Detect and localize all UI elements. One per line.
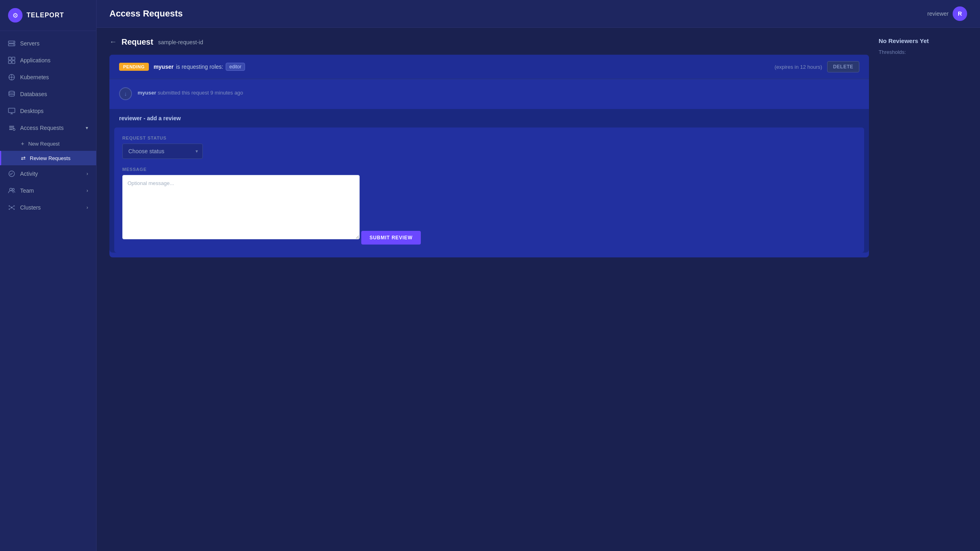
main-area: Access Requests reviewer R ← Request sam… <box>97 0 980 551</box>
review-header: reviewer - add a review <box>109 109 869 127</box>
request-card: PENDING myuser is requesting roles: edit… <box>109 55 869 257</box>
svg-line-29 <box>9 206 12 208</box>
access-requests-chevron: ▾ <box>86 125 88 131</box>
access-requests-icon <box>8 124 15 132</box>
desktops-icon <box>8 107 15 115</box>
svg-line-31 <box>9 208 12 209</box>
svg-rect-15 <box>8 108 15 113</box>
clusters-chevron: › <box>86 205 88 210</box>
clusters-icon <box>8 204 15 211</box>
pending-badge: PENDING <box>119 63 149 71</box>
review-header-title: reviewer - add a review <box>119 115 181 121</box>
timeline-text: myuser submitted this request 9 minutes … <box>138 90 243 96</box>
logo-text: TELEPORT <box>27 12 64 19</box>
logo-icon: ⚙ <box>8 8 23 23</box>
request-header: PENDING myuser is requesting roles: edit… <box>109 55 869 79</box>
username-label: reviewer <box>927 10 949 17</box>
timeline-icon: ↓ <box>119 87 132 100</box>
svg-rect-4 <box>8 57 11 60</box>
sidebar-item-servers[interactable]: Servers <box>0 35 96 52</box>
message-label: MESSAGE <box>122 167 856 172</box>
servers-icon <box>8 40 15 47</box>
timeline-content: myuser submitted this request 9 minutes … <box>138 87 243 101</box>
sidebar-label-clusters: Clusters <box>20 204 41 211</box>
timeline-action: submitted this request <box>158 90 210 96</box>
logo[interactable]: ⚙ TELEPORT <box>0 0 96 31</box>
new-request-icon: + <box>21 140 24 147</box>
timeline-time: 9 minutes ago <box>210 90 243 96</box>
status-select[interactable]: Choose status Approved Denied <box>122 144 203 159</box>
sidebar-item-applications[interactable]: Applications <box>0 52 96 69</box>
sidebar-subitem-new-request[interactable]: + New Request <box>0 136 96 151</box>
header: Access Requests reviewer R <box>97 0 980 28</box>
svg-point-23 <box>12 189 14 191</box>
requesting-text: is requesting roles: <box>176 64 223 70</box>
thresholds-label: Thresholds: <box>879 49 967 55</box>
sidebar-item-team[interactable]: Team › <box>0 182 96 199</box>
no-reviewers-text: No Reviewers Yet <box>879 37 967 44</box>
sidebar-label-review-requests: Review Requests <box>30 155 70 161</box>
role-badge: editor <box>226 63 245 71</box>
databases-icon <box>8 90 15 98</box>
request-info: myuser is requesting roles: editor <box>154 63 245 71</box>
content-main: ← Request sample-request-id PENDING myus… <box>109 37 869 541</box>
status-select-wrapper: Choose status Approved Denied ▾ <box>122 144 203 159</box>
sidebar-item-kubernetes[interactable]: Kubernetes <box>0 69 96 86</box>
sidebar-item-access-requests[interactable]: Access Requests ▾ <box>0 119 96 136</box>
sidebar: ⚙ TELEPORT Servers <box>0 0 97 551</box>
sidebar-label-servers: Servers <box>20 40 39 47</box>
sidebar-label-databases: Databases <box>20 91 47 97</box>
timeline-icon-wrap: ↓ <box>119 87 132 101</box>
requester-name: myuser <box>154 64 174 70</box>
breadcrumb-id: sample-request-id <box>158 39 203 45</box>
sidebar-item-desktops[interactable]: Desktops <box>0 103 96 119</box>
sidebar-right: No Reviewers Yet Thresholds: <box>879 37 967 541</box>
applications-icon <box>8 57 15 64</box>
svg-rect-6 <box>8 61 11 64</box>
sidebar-label-desktops: Desktops <box>20 108 43 114</box>
timeline: ↓ myuser submitted this request 9 minute… <box>109 79 869 109</box>
request-status-label: REQUEST STATUS <box>122 136 856 140</box>
svg-rect-7 <box>12 61 15 64</box>
sidebar-label-activity: Activity <box>20 171 38 177</box>
svg-rect-5 <box>12 57 15 60</box>
svg-point-9 <box>11 76 12 78</box>
team-icon <box>8 187 15 194</box>
review-section: reviewer - add a review REQUEST STATUS C… <box>109 109 869 253</box>
svg-point-21 <box>13 129 15 131</box>
activity-icon <box>8 170 15 177</box>
timeline-user: myuser <box>138 90 156 96</box>
page-title: Access Requests <box>109 8 183 19</box>
team-chevron: › <box>86 188 88 193</box>
svg-point-14 <box>9 91 14 93</box>
kubernetes-icon <box>8 74 15 81</box>
submit-review-button[interactable]: SUBMIT REVIEW <box>361 231 420 245</box>
sidebar-item-databases[interactable]: Databases <box>0 86 96 103</box>
content-area: ← Request sample-request-id PENDING myus… <box>97 28 980 551</box>
svg-line-32 <box>12 208 14 209</box>
expiry-text: (expires in 12 hours) <box>774 64 822 70</box>
sidebar-label-team: Team <box>20 187 34 194</box>
user-avatar[interactable]: R <box>953 6 967 21</box>
svg-point-22 <box>10 188 12 191</box>
review-requests-icon: ⇄ <box>21 155 26 161</box>
svg-line-30 <box>12 206 14 208</box>
breadcrumb-title: Request <box>121 37 153 47</box>
sidebar-label-access-requests: Access Requests <box>20 125 64 131</box>
delete-button[interactable]: DELETE <box>827 61 859 72</box>
sidebar-item-clusters[interactable]: Clusters › <box>0 199 96 216</box>
message-textarea[interactable] <box>122 175 360 239</box>
sidebar-subitem-review-requests[interactable]: ⇄ Review Requests <box>0 151 96 165</box>
sidebar-label-applications: Applications <box>20 57 51 64</box>
review-body: REQUEST STATUS Choose status Approved De… <box>114 127 864 253</box>
sidebar-label-kubernetes: Kubernetes <box>20 74 49 80</box>
svg-point-3 <box>13 45 14 45</box>
svg-point-2 <box>13 42 14 43</box>
sidebar-label-new-request: New Request <box>28 141 60 147</box>
sidebar-nav: Servers Applications <box>0 31 96 551</box>
activity-chevron: › <box>86 171 88 177</box>
breadcrumb: ← Request sample-request-id <box>109 37 869 47</box>
sidebar-item-activity[interactable]: Activity › <box>0 165 96 182</box>
header-user: reviewer R <box>927 6 967 21</box>
back-button[interactable]: ← <box>109 38 117 46</box>
